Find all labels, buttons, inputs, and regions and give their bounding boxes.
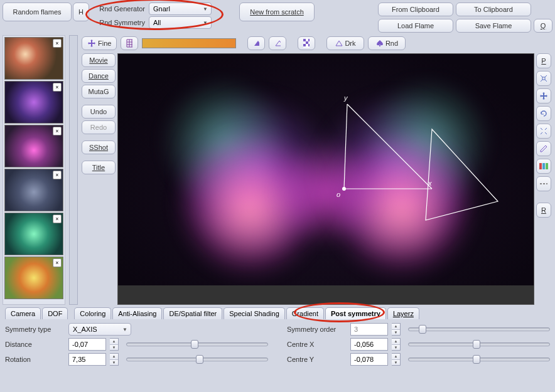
symmetry-order-slider[interactable] bbox=[408, 327, 550, 331]
checker-icon bbox=[303, 39, 310, 48]
tab-dof[interactable]: DOF bbox=[42, 307, 68, 319]
triangle-filled-button[interactable] bbox=[247, 36, 265, 50]
grid-icon bbox=[126, 39, 132, 48]
thumbnail-strip: × × × × × × bbox=[3, 35, 65, 305]
centre-y-label: Centre Y bbox=[287, 356, 347, 363]
h-button[interactable]: H bbox=[73, 3, 89, 21]
symmetry-type-select[interactable]: X_AXIS bbox=[68, 323, 131, 336]
svg-rect-4 bbox=[303, 44, 306, 46]
checker-button[interactable] bbox=[298, 36, 315, 50]
svg-rect-13 bbox=[546, 163, 548, 169]
centre-y-slider[interactable] bbox=[408, 358, 550, 361]
overlay-o-label: o bbox=[337, 191, 340, 198]
from-clipboard-button[interactable]: From Clipboard bbox=[378, 3, 453, 16]
tab-coloring[interactable]: Coloring bbox=[74, 307, 111, 319]
misc-button[interactable] bbox=[536, 176, 551, 191]
move-arrows-icon bbox=[539, 92, 548, 100]
triangle-outline-button[interactable] bbox=[269, 36, 286, 50]
thumbnail-scrollbar[interactable] bbox=[69, 35, 78, 305]
thumbnail[interactable]: × bbox=[4, 81, 63, 124]
move-tool-button[interactable]: Fine bbox=[82, 36, 117, 50]
rotation-spinner[interactable]: ▲▼ bbox=[110, 353, 119, 366]
palette-button[interactable] bbox=[536, 159, 551, 174]
save-flame-button[interactable]: Save Flame bbox=[456, 19, 531, 33]
rotation-input[interactable]: 7,35 bbox=[68, 353, 106, 366]
expand-button[interactable] bbox=[536, 124, 551, 139]
preview-canvas[interactable]: y o x bbox=[117, 53, 534, 305]
rotate-button[interactable] bbox=[536, 106, 551, 121]
tab-layerz[interactable]: Layerz bbox=[387, 307, 419, 319]
edit-button[interactable] bbox=[536, 141, 551, 156]
thumbnail[interactable]: × bbox=[4, 213, 63, 255]
load-flame-button[interactable]: Load Flame bbox=[378, 19, 453, 33]
close-icon[interactable]: × bbox=[53, 258, 62, 267]
rotation-label: Rotation bbox=[5, 356, 65, 363]
centre-x-input[interactable]: -0,056 bbox=[350, 338, 388, 351]
svg-point-9 bbox=[342, 187, 346, 191]
rnd-generator-select[interactable]: Gnarl bbox=[149, 3, 212, 15]
rnd-symmetry-label: Rnd Symmetry bbox=[92, 19, 145, 26]
close-icon[interactable]: × bbox=[53, 39, 62, 48]
to-clipboard-button[interactable]: To Clipboard bbox=[456, 3, 531, 16]
svg-rect-1 bbox=[303, 39, 306, 41]
palette-icon bbox=[539, 163, 548, 169]
close-icon[interactable]: × bbox=[53, 127, 62, 135]
dance-button[interactable]: Dance bbox=[82, 69, 116, 83]
undo-button[interactable]: Undo bbox=[82, 105, 116, 119]
p-button[interactable]: P bbox=[536, 53, 551, 68]
distance-slider[interactable] bbox=[126, 342, 268, 346]
drk-button[interactable]: Drk bbox=[326, 36, 364, 50]
q-button[interactable]: Q bbox=[534, 19, 552, 33]
centre-x-slider[interactable] bbox=[408, 342, 550, 346]
centre-x-spinner[interactable]: ▲▼ bbox=[392, 338, 401, 351]
thumbnail[interactable]: × bbox=[4, 125, 63, 167]
tab-camera[interactable]: Camera bbox=[5, 307, 41, 319]
mutag-button[interactable]: MutaG bbox=[82, 85, 116, 98]
svg-rect-3 bbox=[306, 41, 308, 44]
symmetry-order-input[interactable]: 3 bbox=[350, 323, 388, 336]
thumbnail[interactable]: × bbox=[4, 169, 63, 211]
title-button[interactable]: Title bbox=[82, 161, 116, 174]
close-icon[interactable]: × bbox=[53, 83, 62, 92]
gradient-preview-bar[interactable] bbox=[142, 38, 236, 48]
overlay-y-label: y bbox=[344, 94, 348, 102]
dash-icon bbox=[539, 181, 548, 187]
thumbnail[interactable]: × bbox=[4, 257, 63, 299]
symmetry-order-spinner[interactable]: ▲▼ bbox=[392, 323, 401, 336]
rnd-generator-label: Rnd Generator bbox=[92, 5, 145, 13]
centre-y-spinner[interactable]: ▲▼ bbox=[392, 353, 401, 366]
close-icon[interactable]: × bbox=[53, 215, 62, 223]
pencil-icon bbox=[539, 144, 548, 153]
grid-toggle-button[interactable] bbox=[121, 36, 138, 50]
rnd-button[interactable]: Rnd bbox=[368, 36, 406, 50]
tab-anti-aliasing[interactable]: Anti-Aliasing bbox=[112, 307, 162, 319]
svg-line-6 bbox=[344, 104, 347, 189]
spade-icon bbox=[376, 40, 384, 47]
rotation-slider[interactable] bbox=[126, 358, 268, 361]
redo-button[interactable]: Redo bbox=[82, 120, 116, 134]
collapse-icon bbox=[539, 74, 548, 83]
thumbnail[interactable]: × bbox=[4, 37, 63, 80]
svg-rect-2 bbox=[308, 39, 310, 41]
tab-post-symmetry[interactable]: Post symmetry bbox=[325, 307, 386, 319]
sshot-button[interactable]: SShot bbox=[82, 140, 116, 154]
tab-special-shading[interactable]: Special Shading bbox=[224, 307, 285, 319]
tab-gradient[interactable]: Gradient bbox=[286, 307, 324, 319]
r-button[interactable]: R bbox=[536, 203, 551, 218]
random-flames-button[interactable]: Random flames bbox=[3, 3, 72, 21]
centre-y-input[interactable]: -0,078 bbox=[350, 353, 388, 366]
movie-button[interactable]: Movie bbox=[82, 53, 116, 67]
tab-de-filter[interactable]: DE/Spatial filter bbox=[163, 307, 222, 319]
distance-spinner[interactable]: ▲▼ bbox=[110, 338, 119, 351]
triangle-outline-icon bbox=[274, 40, 281, 47]
close-icon[interactable]: × bbox=[53, 171, 62, 179]
distance-input[interactable]: -0,07 bbox=[68, 338, 106, 351]
new-from-scratch-button[interactable]: New from scratch bbox=[239, 3, 315, 21]
move-button[interactable] bbox=[536, 88, 551, 103]
rotate-icon bbox=[539, 109, 548, 118]
rnd-symmetry-select[interactable]: All bbox=[149, 16, 212, 29]
centre-x-label: Centre X bbox=[287, 341, 347, 348]
transform-overlay bbox=[118, 54, 534, 304]
distance-label: Distance bbox=[5, 341, 65, 348]
collapse-button[interactable] bbox=[536, 71, 551, 86]
